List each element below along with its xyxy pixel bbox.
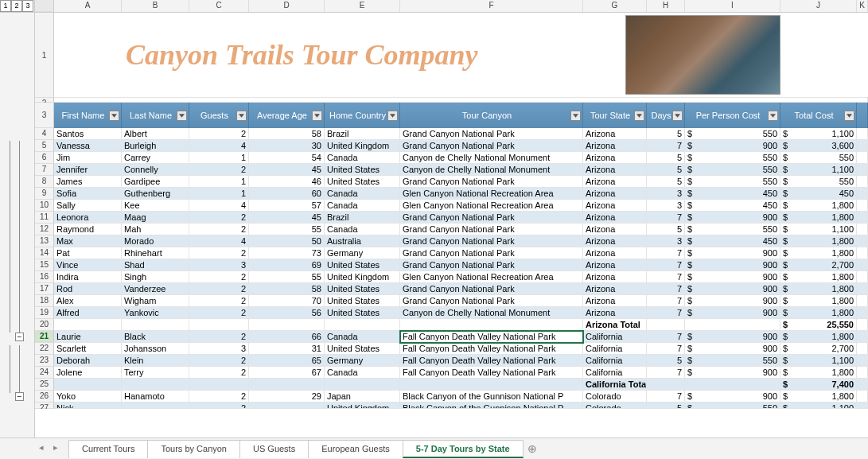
row-header-3[interactable]: 3 — [35, 103, 54, 128]
cell-last-name[interactable]: Vanderzee — [122, 283, 189, 295]
filter-first-name[interactable] — [109, 111, 119, 121]
cell-first-name[interactable]: Scarlett — [54, 343, 122, 355]
cell-tour-canyon[interactable]: Fall Canyon Death Valley National Park — [400, 367, 583, 379]
cell-first-name[interactable]: Raymond — [54, 224, 122, 235]
cell-avg-age[interactable]: 55 — [249, 224, 325, 235]
cell-guests[interactable]: 3 — [189, 343, 249, 355]
cell-per-person[interactable]: $900 — [685, 271, 780, 283]
cell-tour-state[interactable]: Arizona — [583, 188, 647, 200]
cell-avg-age[interactable]: 65 — [249, 355, 325, 367]
filter-tour-state[interactable] — [634, 111, 644, 121]
cell-home-country[interactable]: United Kingdom — [325, 271, 400, 283]
cell-days[interactable]: 7 — [647, 295, 685, 307]
cell-home-country[interactable]: Canada — [325, 367, 400, 379]
cell-tour-state[interactable]: California — [583, 331, 647, 343]
cell-total-cost[interactable]: $550 — [780, 152, 857, 164]
cell-tour-state[interactable]: California — [583, 355, 647, 367]
tab-current-tours[interactable]: Current Tours — [68, 440, 148, 458]
cell-days[interactable]: 7 — [647, 140, 685, 152]
cell-first-name[interactable]: Jim — [54, 152, 122, 164]
cell-first-name[interactable]: Yoko — [54, 391, 122, 403]
row-header-26[interactable]: 26 — [35, 391, 54, 403]
cell-per-person[interactable]: $550 — [685, 355, 780, 367]
row-header-14[interactable]: 14 — [35, 247, 54, 259]
col-header-J[interactable]: J — [780, 0, 857, 12]
cell-tour-canyon[interactable]: Grand Canyon National Park — [400, 176, 583, 188]
cell-per-person[interactable]: $550 — [685, 164, 780, 176]
cell-last-name[interactable]: Morado — [122, 235, 189, 247]
cell-avg-age[interactable]: 30 — [249, 140, 325, 152]
cell-total-cost[interactable]: $1,100 — [780, 128, 857, 140]
row-header-25[interactable]: 25 — [35, 379, 54, 391]
cell-last-name[interactable]: Terry — [122, 367, 189, 379]
filter-days[interactable] — [672, 111, 683, 121]
cell-per-person[interactable]: $450 — [685, 200, 780, 212]
cell-avg-age[interactable]: 46 — [249, 176, 325, 188]
spreadsheet-grid[interactable]: A B C D E F G H I J K 1 Canyon Trails To… — [35, 0, 868, 438]
add-sheet-button[interactable]: ⊕ — [523, 442, 542, 455]
cell-last-name[interactable]: Yankovic — [122, 307, 189, 319]
cell-tour-canyon[interactable]: Grand Canyon National Park — [400, 235, 583, 247]
row-header-9[interactable]: 9 — [35, 188, 54, 200]
cell-tour-canyon[interactable]: Glen Canyon National Recreation Area — [400, 271, 583, 283]
outline-collapse-california[interactable]: − — [15, 392, 24, 401]
outline-level-3[interactable]: 3 — [22, 0, 33, 12]
cell-avg-age[interactable]: 67 — [249, 367, 325, 379]
cell-tour-canyon[interactable]: Canyon de Chelly National Monument — [400, 307, 583, 319]
cell-last-name[interactable]: Singh — [122, 271, 189, 283]
cell-total-cost[interactable]: $1,800 — [780, 283, 857, 295]
row-header-1[interactable]: 1 — [35, 13, 54, 98]
cell-first-name[interactable]: Vince — [54, 259, 122, 271]
cell-per-person[interactable]: $900 — [685, 295, 780, 307]
cell-days[interactable]: 5 — [647, 176, 685, 188]
cell-per-person[interactable]: $900 — [685, 283, 780, 295]
tab-tours-by-canyon[interactable]: Tours by Canyon — [147, 440, 240, 458]
cell-last-name[interactable]: Albert — [122, 128, 189, 140]
cell-home-country[interactable]: Canada — [325, 331, 400, 343]
cell-guests[interactable]: 1 — [189, 188, 249, 200]
filter-per-person[interactable] — [768, 111, 778, 121]
cell-days[interactable]: 7 — [647, 283, 685, 295]
cell-total-cost[interactable]: $450 — [780, 188, 857, 200]
row-header-4[interactable]: 4 — [35, 128, 54, 140]
cell-first-name[interactable]: Vanessa — [54, 140, 122, 152]
cell-per-person[interactable]: $550 — [685, 176, 780, 188]
cell-total-cost[interactable]: $550 — [780, 176, 857, 188]
cell-avg-age[interactable]: 57 — [249, 200, 325, 212]
col-header-D[interactable]: D — [249, 0, 325, 12]
cell-tour-state[interactable]: Arizona — [583, 224, 647, 235]
cell-tour-state[interactable]: California — [583, 343, 647, 355]
row-header-7[interactable]: 7 — [35, 164, 54, 176]
row-header-23[interactable]: 23 — [35, 355, 54, 367]
cell-tour-state[interactable]: Arizona — [583, 259, 647, 271]
cell-home-country[interactable]: Japan — [325, 391, 400, 403]
cell-days[interactable]: 7 — [647, 247, 685, 259]
cell-guests[interactable]: 2 — [189, 331, 249, 343]
cell-total-cost[interactable]: $1,800 — [780, 247, 857, 259]
cell-per-person[interactable]: $900 — [685, 307, 780, 319]
cell-guests[interactable]: 2 — [189, 355, 249, 367]
cell-first-name[interactable]: Sofia — [54, 188, 122, 200]
cell-per-person[interactable]: $900 — [685, 343, 780, 355]
cell-home-country[interactable]: United States — [325, 176, 400, 188]
cell-total-cost[interactable]: $1,100 — [780, 164, 857, 176]
cell-tour-state[interactable]: Arizona — [583, 164, 647, 176]
cell-home-country[interactable]: Brazil — [325, 128, 400, 140]
cell-guests[interactable]: 2 — [189, 391, 249, 403]
cell-first-name[interactable]: Santos — [54, 128, 122, 140]
row-header-17[interactable]: 17 — [35, 283, 54, 295]
cell-first-name[interactable]: Sally — [54, 200, 122, 212]
cell-last-name[interactable]: Shad — [122, 259, 189, 271]
cell-home-country[interactable]: Canada — [325, 224, 400, 235]
cell-first-name[interactable]: Rod — [54, 283, 122, 295]
row-header-21[interactable]: 21 — [35, 331, 54, 343]
filter-home-country[interactable] — [387, 111, 398, 121]
tab-european-guests[interactable]: European Guests — [308, 440, 403, 458]
cell-first-name[interactable]: Pat — [54, 247, 122, 259]
cell-guests[interactable]: 2 — [189, 128, 249, 140]
cell-tour-state[interactable]: Arizona — [583, 212, 647, 224]
cell-home-country[interactable]: Canada — [325, 200, 400, 212]
cell-tour-state[interactable]: Arizona — [583, 307, 647, 319]
cell-guests[interactable]: 1 — [189, 176, 249, 188]
cell-tour-canyon[interactable]: Grand Canyon National Park — [400, 224, 583, 235]
